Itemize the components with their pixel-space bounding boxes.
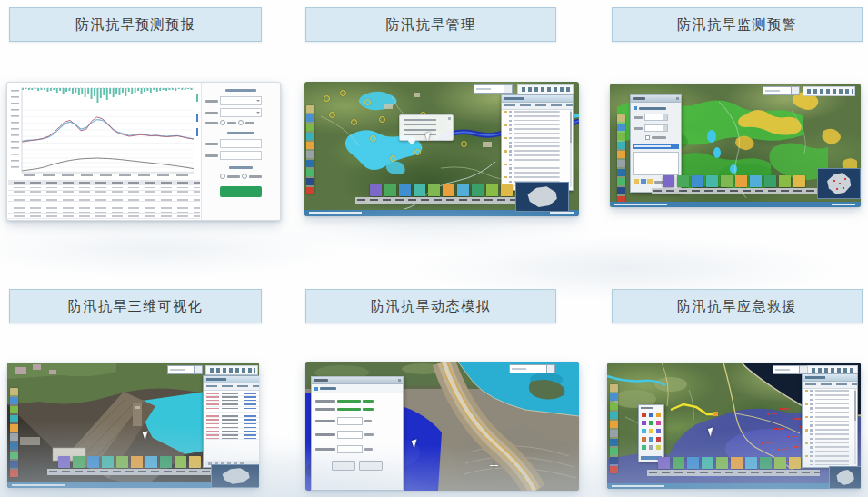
app-dock[interactable] (58, 456, 201, 468)
close-icon[interactable] (676, 97, 680, 101)
overview-minimap[interactable] (515, 182, 569, 212)
rain-bar (125, 88, 126, 96)
overview-minimap[interactable] (211, 464, 259, 488)
overview-minimap[interactable] (817, 168, 861, 199)
map-toolbar[interactable] (803, 86, 855, 96)
module-banner-rescue[interactable]: 防汛抗旱应急救援 (612, 289, 863, 323)
rain-bar (113, 88, 115, 97)
rain-bar (59, 88, 61, 91)
station-marker-icon (329, 112, 335, 118)
field-breach-direction[interactable] (315, 408, 399, 411)
map-toolbar[interactable] (205, 365, 258, 375)
scrollbar[interactable] (854, 389, 857, 464)
rain-bar (150, 88, 152, 93)
crosshair-icon (490, 462, 498, 470)
simulation-screenshot[interactable] (305, 362, 579, 491)
form-field-select[interactable] (205, 96, 276, 105)
rain-bar (165, 88, 167, 91)
result-table-rows[interactable] (204, 391, 259, 442)
panel-tabs[interactable] (502, 103, 573, 110)
module-banner-management[interactable]: 防汛抗旱管理 (305, 7, 556, 42)
form-radio-group[interactable] (205, 120, 276, 125)
app-dock[interactable] (658, 457, 801, 469)
side-toolbar[interactable] (610, 384, 618, 473)
close-icon[interactable] (398, 379, 402, 383)
overview-minimap[interactable] (829, 466, 861, 489)
app-dock[interactable] (370, 184, 513, 196)
dialog-titlebar[interactable] (631, 95, 681, 103)
module-title-monitoring: 防汛抗旱监测预警 (677, 16, 797, 34)
rain-bar (106, 88, 108, 100)
legend-palette-panel[interactable] (638, 404, 664, 462)
field-breach-flow[interactable] (315, 431, 399, 439)
module-title-rescue: 防汛抗旱应急救援 (677, 298, 797, 315)
panel-tabs[interactable] (803, 382, 857, 389)
form-field-select[interactable] (205, 108, 276, 117)
layer-tree[interactable] (504, 110, 568, 188)
dialog-buttons[interactable] (312, 461, 403, 471)
result-listbox[interactable] (633, 152, 679, 175)
layer-tree-panel[interactable] (501, 94, 574, 191)
rain-bar (131, 88, 133, 94)
side-toolbar[interactable] (10, 388, 18, 477)
series-blue (22, 120, 194, 142)
scrollbar[interactable] (570, 110, 573, 187)
form-field-input[interactable] (205, 139, 276, 148)
rain-bar (128, 88, 130, 92)
field-breach-location[interactable] (315, 400, 399, 403)
module-banner-simulation[interactable]: 防汛抗旱动态模拟 (305, 289, 556, 323)
dock-labels (47, 469, 220, 475)
minimap-island (835, 470, 855, 486)
map-search-input[interactable] (167, 365, 195, 374)
module-banner-3d[interactable]: 防汛抗旱三维可视化 (9, 289, 262, 323)
app-dock[interactable] (663, 175, 805, 187)
run-button[interactable] (332, 461, 355, 471)
clear-button[interactable] (359, 461, 383, 471)
module-banner-monitoring[interactable]: 防汛抗旱监测预警 (612, 7, 863, 42)
page-canvas: 防汛抗旱预测预报 防汛抗旱管理 防汛抗旱监测预警 防汛抗旱三维可视化 防汛抗旱动… (0, 0, 868, 497)
panel-tabs[interactable] (204, 383, 259, 391)
forecast-chart-svg (7, 83, 201, 179)
map-search-input[interactable] (509, 364, 547, 373)
rain-bar (94, 88, 95, 96)
station-marker-icon (324, 95, 330, 102)
minimap-island (825, 173, 853, 195)
rain-bar (25, 88, 26, 89)
form-field-input[interactable] (205, 151, 276, 160)
field-duration[interactable] (315, 445, 399, 453)
rescue-screenshot[interactable] (607, 363, 861, 489)
map-search-input[interactable] (474, 84, 504, 94)
layer-tree-panel[interactable] (802, 373, 858, 468)
date-field-start[interactable] (634, 114, 678, 121)
rain-bar (191, 88, 193, 90)
module-title-forecast: 防汛抗旱预测预报 (75, 16, 195, 34)
management-screenshot[interactable] (304, 82, 579, 216)
forecast-query-form (201, 83, 280, 220)
module-banner-forecast[interactable]: 防汛抗旱预测预报 (9, 7, 262, 42)
form-radio-group[interactable] (205, 174, 276, 179)
selected-result-row[interactable] (633, 144, 679, 149)
rain-bar (56, 88, 58, 93)
breach-simulation-dialog[interactable] (311, 376, 404, 491)
monitoring-screenshot[interactable] (610, 84, 861, 207)
side-toolbar[interactable] (306, 105, 314, 194)
date-field-end[interactable] (634, 124, 678, 132)
form-section-title (227, 132, 254, 134)
field-breach-width[interactable] (315, 417, 399, 425)
palette-icons (639, 411, 663, 456)
dialog-titlebar[interactable] (312, 377, 403, 384)
visualization-screenshot[interactable] (7, 363, 259, 488)
checkbox-option[interactable] (634, 135, 678, 140)
rain-bar (78, 88, 80, 95)
side-toolbar[interactable] (617, 114, 625, 204)
map-search-input[interactable] (773, 365, 800, 374)
forecast-screenshot[interactable] (6, 82, 281, 221)
dialog-tab[interactable] (312, 384, 403, 393)
forecast-submit-button[interactable] (220, 186, 262, 197)
layer-tree[interactable] (804, 389, 853, 465)
map-toolbar[interactable] (517, 84, 574, 94)
map-search-input[interactable] (763, 86, 792, 95)
rain-bar (91, 88, 93, 99)
result-list-panel[interactable] (203, 375, 259, 468)
module-title-management: 防汛抗旱管理 (386, 16, 476, 34)
